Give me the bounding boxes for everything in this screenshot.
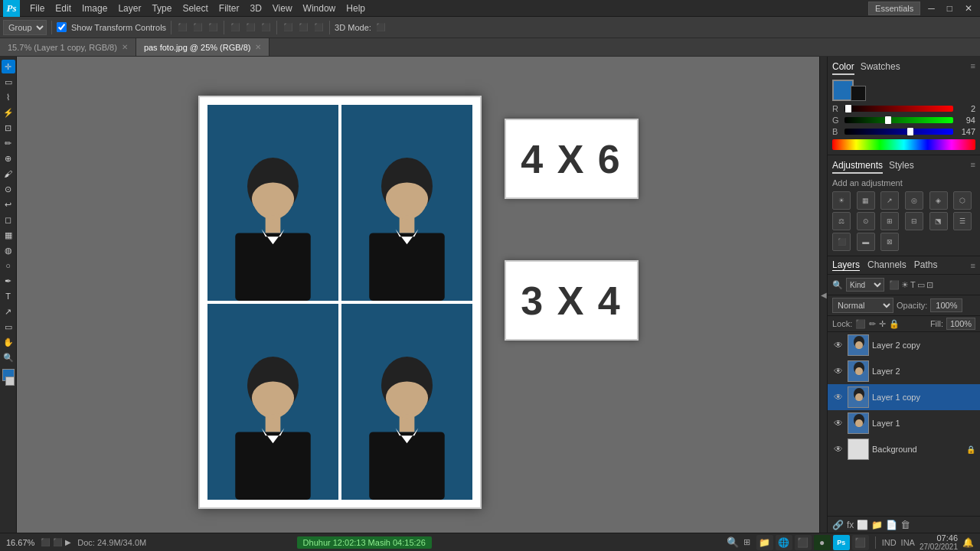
threshold-adj[interactable]: ⬛ — [832, 233, 851, 251]
3d-mode-icon[interactable]: ⬛ — [374, 21, 387, 34]
layers-tab[interactable]: Layers — [832, 259, 860, 271]
filter-adj-icon[interactable]: ☀ — [901, 280, 909, 290]
add-mask-btn[interactable]: ⬜ — [857, 520, 868, 530]
background-swatch[interactable] — [851, 86, 866, 101]
background-color[interactable] — [5, 377, 15, 386]
filter-text-icon[interactable]: T — [910, 280, 916, 290]
taskbar-app-4[interactable]: ● — [814, 535, 831, 550]
menu-type[interactable]: Type — [146, 2, 177, 15]
taskbar-app-6[interactable]: ⬛ — [852, 535, 869, 550]
shape-tool[interactable]: ▭ — [2, 320, 15, 334]
selectivecolor-adj[interactable]: ⊠ — [880, 233, 899, 251]
lasso-tool[interactable]: ⌇ — [2, 90, 15, 104]
taskbar-input[interactable]: INA — [901, 538, 915, 547]
filter-pixel-icon[interactable]: ⬛ — [889, 280, 900, 290]
distribute-center-h-icon[interactable]: ⬛ — [297, 21, 309, 34]
gradient-tool[interactable]: ▦ — [2, 228, 15, 242]
layer-filter-select[interactable]: Kind — [846, 278, 884, 292]
tab-pasfoto[interactable]: pas foto.jpg @ 25% (RGB/8) ✕ — [136, 38, 270, 56]
taskbar-search[interactable]: 🔍 — [727, 536, 739, 548]
tab-layer1copy[interactable]: 15.7% (Layer 1 copy, RGB/8) ✕ — [0, 38, 136, 56]
distribute-right-icon[interactable]: ⬛ — [312, 21, 325, 34]
layer-4-visibility[interactable]: 👁 — [832, 443, 844, 455]
opacity-input[interactable] — [930, 298, 962, 312]
eyedropper-tool[interactable]: ✏ — [2, 136, 15, 150]
menu-3d[interactable]: 3D — [244, 2, 266, 15]
gradientmap-adj[interactable]: ▬ — [857, 233, 875, 251]
delete-layer-btn[interactable]: 🗑 — [900, 519, 910, 530]
menu-select[interactable]: Select — [177, 2, 213, 15]
taskbar-app-1[interactable]: 📁 — [756, 535, 773, 550]
layer-2-visibility[interactable]: 👁 — [832, 391, 844, 403]
group-select[interactable]: Group — [3, 20, 47, 35]
menu-help[interactable]: Help — [341, 2, 371, 15]
posterize-adj[interactable]: ☰ — [953, 212, 972, 230]
r-slider-thumb[interactable] — [845, 105, 851, 112]
dodge-tool[interactable]: ○ — [2, 259, 15, 272]
taskbar-lang[interactable]: IND — [882, 538, 897, 547]
brightness-adj[interactable]: ☀ — [832, 191, 851, 210]
taskbar-app-ps[interactable]: Ps — [833, 535, 850, 550]
menu-file[interactable]: File — [24, 2, 50, 15]
text-tool[interactable]: T — [2, 289, 15, 303]
exposure-adj[interactable]: ◎ — [905, 191, 923, 210]
color-panel-menu[interactable]: ≡ — [971, 61, 975, 75]
healing-brush-tool[interactable]: ⊕ — [2, 152, 15, 165]
align-center-v-icon[interactable]: ⬛ — [244, 21, 256, 34]
layer-item-2[interactable]: 👁 Layer 1 copy — [828, 384, 980, 410]
layer-item-4[interactable]: 👁 Background 🔒 — [828, 436, 980, 462]
filter-shape-icon[interactable]: ▭ — [917, 280, 925, 290]
menu-image[interactable]: Image — [77, 2, 113, 15]
levels-adj[interactable]: ▦ — [857, 191, 875, 210]
menu-view[interactable]: View — [267, 2, 298, 15]
menu-window[interactable]: Window — [298, 2, 341, 15]
channels-tab[interactable]: Channels — [867, 259, 906, 271]
lock-all-icon[interactable]: 🔒 — [889, 319, 900, 329]
layers-panel-menu[interactable]: ≡ — [971, 261, 975, 270]
brush-tool[interactable]: 🖌 — [2, 167, 15, 181]
panel-collapse-handle[interactable]: ◀ — [819, 57, 827, 533]
notification-icon[interactable]: 🔔 — [962, 537, 974, 548]
taskbar-start[interactable]: ⊞ — [743, 537, 750, 547]
layer-item-1[interactable]: 👁 Layer 2 — [828, 358, 980, 384]
transform-controls-checkbox[interactable] — [57, 22, 67, 32]
photofilter-adj[interactable]: ⊙ — [857, 212, 875, 230]
styles-tab[interactable]: Styles — [889, 160, 914, 174]
align-top-icon[interactable]: ⬛ — [229, 21, 241, 34]
minimize-btn[interactable]: ─ — [923, 3, 939, 14]
menu-filter[interactable]: Filter — [214, 2, 245, 15]
eraser-tool[interactable]: ◻ — [2, 213, 15, 227]
history-brush-tool[interactable]: ↩ — [2, 197, 15, 211]
swatches-tab[interactable]: Swatches — [861, 61, 900, 75]
marquee-tool[interactable]: ▭ — [2, 75, 15, 89]
new-group-btn[interactable]: 📁 — [871, 520, 883, 530]
lock-transparent-icon[interactable]: ⬛ — [855, 319, 866, 329]
paths-tab[interactable]: Paths — [914, 259, 938, 271]
menu-edit[interactable]: Edit — [50, 2, 77, 15]
zoom-tool[interactable]: 🔍 — [2, 350, 15, 364]
align-center-h-icon[interactable]: ⬛ — [191, 21, 204, 34]
layer-0-visibility[interactable]: 👁 — [832, 339, 844, 351]
workspace-preset[interactable]: Essentials — [868, 2, 920, 15]
new-layer-btn[interactable]: 📄 — [886, 520, 897, 530]
invert-adj[interactable]: ⬔ — [929, 212, 948, 230]
curves-adj[interactable]: ↗ — [880, 191, 899, 210]
channelmixer-adj[interactable]: ⊞ — [880, 212, 899, 230]
layer-item-3[interactable]: 👁 Layer 1 — [828, 410, 980, 436]
g-slider-thumb[interactable] — [885, 116, 891, 124]
clone-stamp-tool[interactable]: ⊙ — [2, 182, 15, 196]
hand-tool[interactable]: ✋ — [2, 335, 15, 349]
add-style-btn[interactable]: fx — [847, 520, 854, 530]
filter-smart-icon[interactable]: ⊡ — [926, 280, 933, 290]
hsl-adj[interactable]: ⬡ — [953, 191, 972, 210]
taskbar-app-2[interactable]: 🌐 — [776, 535, 792, 550]
link-layers-btn[interactable]: 🔗 — [832, 520, 844, 530]
layer-3-visibility[interactable]: 👁 — [832, 417, 844, 429]
tab-close-0[interactable]: ✕ — [122, 43, 128, 51]
pen-tool[interactable]: ✒ — [2, 274, 15, 288]
path-select-tool[interactable]: ↗ — [2, 305, 15, 318]
distribute-left-icon[interactable]: ⬛ — [282, 21, 294, 34]
adjustments-tab[interactable]: Adjustments — [832, 160, 883, 174]
adj-panel-menu[interactable]: ≡ — [971, 160, 975, 174]
magic-wand-tool[interactable]: ⚡ — [2, 106, 15, 119]
